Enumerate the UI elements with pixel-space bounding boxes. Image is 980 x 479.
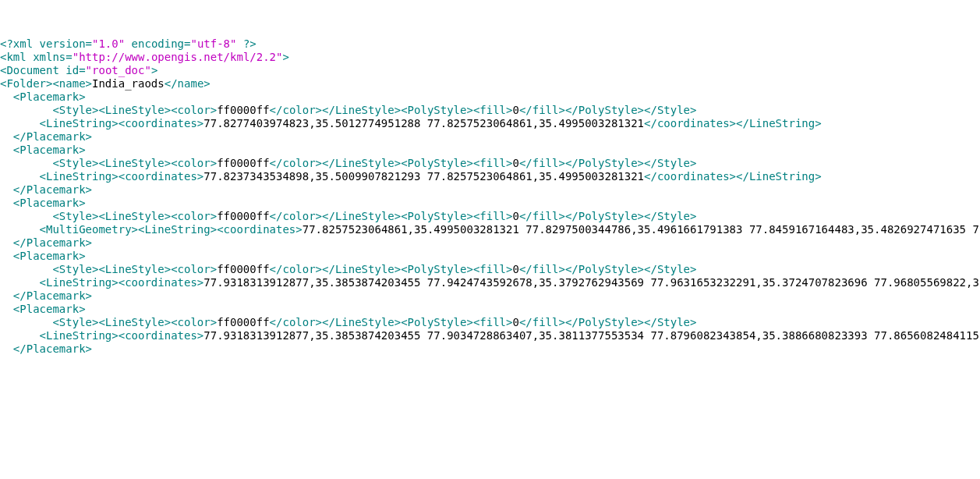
- xml-tag: <Folder><name>: [0, 77, 92, 90]
- xml-tag: >: [151, 64, 157, 76]
- xml-tag: </fill></PolyStyle></Style>: [519, 263, 697, 275]
- xml-tag: <Style><LineStyle><color>: [52, 157, 217, 169]
- xml-tag: </color></LineStyle><PolyStyle><fill>: [270, 210, 513, 222]
- xml-txt: 0: [512, 316, 518, 328]
- xml-txt: ff0000ff: [217, 104, 269, 116]
- xml-tag: >: [282, 51, 288, 63]
- xml-tag: <Placemark>: [0, 197, 86, 209]
- xml-txt: [0, 210, 52, 222]
- xml-val: "utf-8": [190, 37, 236, 50]
- xml-tag: <Style><LineStyle><color>: [52, 210, 217, 222]
- xml-tag: </fill></PolyStyle></Style>: [519, 157, 697, 169]
- xml-tag: </name>: [165, 77, 211, 90]
- xml-tag: <Style><LineStyle><color>: [52, 104, 217, 116]
- xml-txt: [0, 316, 52, 328]
- xml-txt: 77.8277403974823,35.5012774951288 77.825…: [203, 117, 644, 130]
- xml-txt: [0, 104, 52, 116]
- xml-tag: </Placemark>: [0, 236, 92, 249]
- xml-tag: </Placemark>: [0, 289, 92, 302]
- xml-tag: </Placemark>: [0, 183, 92, 196]
- xml-txt: [0, 329, 40, 342]
- xml-txt: 77.9318313912877,35.3853874203455 77.942…: [203, 276, 980, 289]
- xml-txt: 77.8257523064861,35.4995003281321 77.829…: [302, 223, 980, 236]
- xml-txt: India_raods: [92, 77, 165, 90]
- xml-tag: <LineString><coordinates>: [40, 276, 204, 289]
- xml-tag: <Placemark>: [0, 303, 86, 315]
- xml-val: "1.0": [92, 37, 125, 50]
- xml-val: "root_doc": [86, 64, 151, 76]
- xml-txt: 77.9318313912877,35.3853874203455 77.903…: [203, 329, 980, 342]
- xml-txt: ff0000ff: [217, 316, 269, 328]
- xml-tag: <Placemark>: [0, 90, 86, 103]
- xml-txt: 0: [512, 104, 518, 116]
- xml-pi: [125, 37, 131, 50]
- xml-attr: xmlns=: [33, 51, 73, 63]
- xml-tag: <LineString><coordinates>: [40, 117, 204, 130]
- xml-tag: <Document: [0, 64, 65, 76]
- xml-tag: <Placemark>: [0, 250, 86, 262]
- xml-tag: </fill></PolyStyle></Style>: [519, 316, 697, 328]
- xml-txt: [0, 157, 52, 169]
- xml-txt: [0, 117, 40, 130]
- xml-tag: <Style><LineStyle><color>: [52, 263, 217, 275]
- xml-tag: </coordinates></LineString>: [644, 117, 822, 130]
- xml-txt: 77.8237343534898,35.5009907821293 77.825…: [203, 170, 644, 183]
- xml-txt: [0, 263, 52, 275]
- xml-attr: encoding=: [132, 37, 191, 50]
- xml-txt: [0, 276, 40, 289]
- xml-attr: version=: [40, 37, 92, 50]
- xml-tag: </Placemark>: [0, 342, 92, 355]
- xml-tag: <Placemark>: [0, 144, 86, 156]
- xml-txt: 0: [512, 157, 518, 169]
- xml-val: "http://www.opengis.net/kml/2.2": [73, 51, 283, 63]
- xml-txt: [0, 170, 40, 183]
- xml-tag: </fill></PolyStyle></Style>: [519, 210, 697, 222]
- xml-tag: <MultiGeometry><LineString><coordinates>: [40, 223, 302, 236]
- xml-txt: [0, 223, 40, 236]
- xml-tag: </Placemark>: [0, 130, 92, 143]
- xml-attr: id=: [65, 64, 85, 76]
- xml-source: <?xml version="1.0" encoding="utf-8" ?> …: [0, 37, 980, 356]
- xml-pi: <?xml: [0, 37, 40, 50]
- xml-pi: ?>: [236, 37, 256, 50]
- xml-txt: ff0000ff: [217, 210, 269, 222]
- xml-tag: </coordinates></LineString>: [644, 170, 822, 183]
- xml-tag: <LineString><coordinates>: [40, 329, 204, 342]
- xml-tag: </color></LineStyle><PolyStyle><fill>: [270, 263, 513, 275]
- xml-tag: <Style><LineStyle><color>: [52, 316, 217, 328]
- xml-txt: ff0000ff: [217, 263, 269, 275]
- xml-tag: </color></LineStyle><PolyStyle><fill>: [270, 104, 513, 116]
- xml-txt: 0: [512, 210, 518, 222]
- xml-txt: 0: [512, 263, 518, 275]
- xml-tag: <kml: [0, 51, 33, 63]
- xml-tag: </color></LineStyle><PolyStyle><fill>: [270, 157, 513, 169]
- xml-tag: </fill></PolyStyle></Style>: [519, 104, 697, 116]
- xml-tag: <LineString><coordinates>: [40, 170, 204, 183]
- xml-txt: ff0000ff: [217, 157, 269, 169]
- xml-tag: </color></LineStyle><PolyStyle><fill>: [270, 316, 513, 328]
